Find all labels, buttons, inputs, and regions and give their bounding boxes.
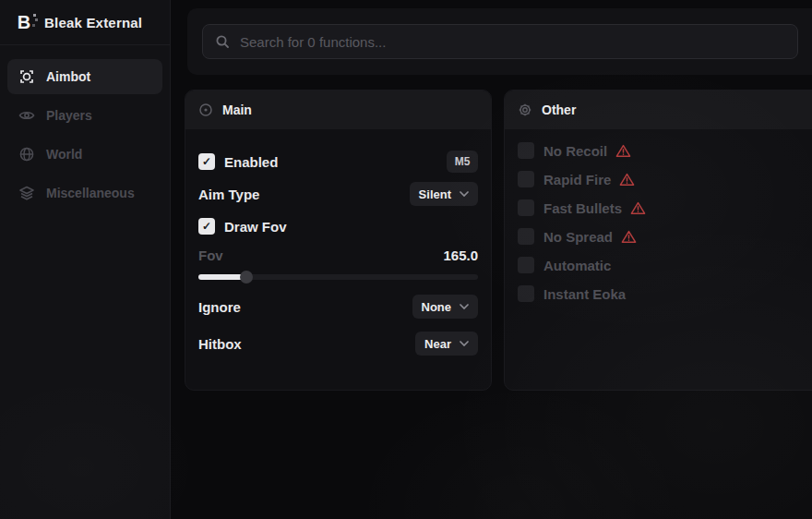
crosshair-scan-icon — [18, 68, 35, 85]
fast-bullets-checkbox[interactable] — [518, 199, 534, 216]
content-area: Main Enabled M5 Aim Type Silent — [171, 0, 812, 519]
toggle-row-no-recoil: No Recoil — [518, 142, 811, 159]
sidebar-item-aimbot[interactable]: Aimbot — [7, 59, 162, 94]
toggle-row-rapid-fire: Rapid Fire — [518, 171, 811, 187]
draw-fov-label: Draw Fov — [224, 219, 287, 235]
aim-type-label: Aim Type — [198, 187, 259, 202]
search-field[interactable] — [202, 24, 798, 59]
enabled-row: Enabled M5 — [198, 150, 478, 174]
toggle-row-automatic: Automatic — [518, 257, 811, 273]
panel-main-header: Main — [185, 91, 491, 129]
search-icon — [215, 34, 230, 49]
hitbox-dropdown[interactable]: Near — [415, 332, 478, 356]
chevron-down-icon — [460, 341, 469, 346]
rapid-fire-checkbox[interactable] — [518, 171, 534, 187]
enabled-checkbox[interactable] — [198, 153, 215, 170]
toggle-row-fast-bullets: Fast Bullets — [518, 199, 811, 216]
no-spread-checkbox[interactable] — [518, 228, 534, 245]
aim-type-dropdown[interactable]: Silent — [410, 182, 478, 206]
warning-icon — [630, 201, 646, 215]
toggle-label: Automatic — [543, 258, 611, 273]
sidebar-item-label: World — [46, 147, 82, 162]
search-bar-container — [187, 8, 812, 75]
ignore-value: None — [422, 300, 452, 314]
globe-icon — [18, 146, 35, 163]
sidebar-nav: Aimbot Players World Miscellaneous — [0, 45, 170, 224]
sidebar-item-label: Players — [46, 108, 92, 123]
panel-title: Other — [542, 103, 576, 117]
hitbox-label: Hitbox — [198, 336, 242, 352]
hitbox-row: Hitbox Near — [198, 332, 478, 356]
aim-type-value: Silent — [419, 187, 451, 201]
toggle-row-no-spread: No Spread — [518, 228, 811, 245]
warning-icon — [621, 230, 637, 244]
instant-eoka-checkbox[interactable] — [518, 285, 534, 302]
draw-fov-row: Draw Fov — [198, 215, 478, 237]
layers-icon — [18, 185, 35, 201]
sidebar-item-miscellaneous[interactable]: Miscellaneous — [7, 175, 162, 211]
app-title: Bleak External — [44, 15, 142, 30]
ignore-row: Ignore None — [198, 295, 478, 319]
panel-other-header: Other — [505, 91, 812, 129]
ignore-dropdown[interactable]: None — [412, 295, 479, 319]
automatic-checkbox[interactable] — [518, 257, 534, 273]
chevron-down-icon — [460, 191, 469, 197]
panel-title: Main — [222, 103, 252, 117]
fov-row: Fov 165.0 — [198, 247, 478, 263]
keybind-button[interactable]: M5 — [447, 151, 478, 173]
sidebar-item-world[interactable]: World — [7, 137, 162, 172]
ignore-label: Ignore — [198, 299, 241, 315]
aim-type-row: Aim Type Silent — [198, 182, 478, 206]
fov-value: 165.0 — [443, 247, 478, 263]
draw-fov-checkbox[interactable] — [198, 218, 215, 235]
chevron-down-icon — [460, 304, 469, 309]
no-recoil-checkbox[interactable] — [518, 142, 534, 159]
gear-icon — [518, 103, 532, 117]
eye-icon — [18, 107, 35, 124]
target-icon — [198, 103, 213, 117]
sidebar-item-label: Aimbot — [46, 69, 90, 84]
slider-thumb[interactable] — [240, 271, 253, 284]
panel-other-body: No Recoil Rapid Fire Fast Bullets — [505, 129, 812, 302]
panel-main-body: Enabled M5 Aim Type Silent Draw Fov Fov — [185, 129, 491, 356]
toggle-label: No Spread — [543, 229, 613, 245]
app-logo-icon: B — [14, 12, 34, 32]
sidebar-item-players[interactable]: Players — [7, 98, 162, 133]
toggle-row-instant-eoka: Instant Eoka — [518, 285, 811, 302]
brand: B Bleak External — [0, 0, 170, 45]
fov-slider[interactable] — [198, 271, 478, 284]
toggle-label: Fast Bullets — [543, 200, 622, 216]
sidebar-item-label: Miscellaneous — [46, 186, 135, 200]
hitbox-value: Near — [424, 337, 451, 351]
toggle-label: Instant Eoka — [543, 286, 626, 302]
sidebar: B Bleak External Aimbot Players World — [0, 0, 171, 519]
warning-icon — [619, 173, 635, 187]
fov-label: Fov — [198, 247, 223, 263]
warning-icon — [615, 144, 631, 158]
panel-other: Other No Recoil Rapid Fire Fast Bullets — [504, 90, 812, 391]
toggle-label: Rapid Fire — [543, 172, 611, 187]
toggle-label: No Recoil — [543, 143, 607, 159]
enabled-label: Enabled — [224, 154, 278, 170]
search-input[interactable] — [240, 34, 785, 50]
panel-main: Main Enabled M5 Aim Type Silent — [185, 90, 492, 391]
